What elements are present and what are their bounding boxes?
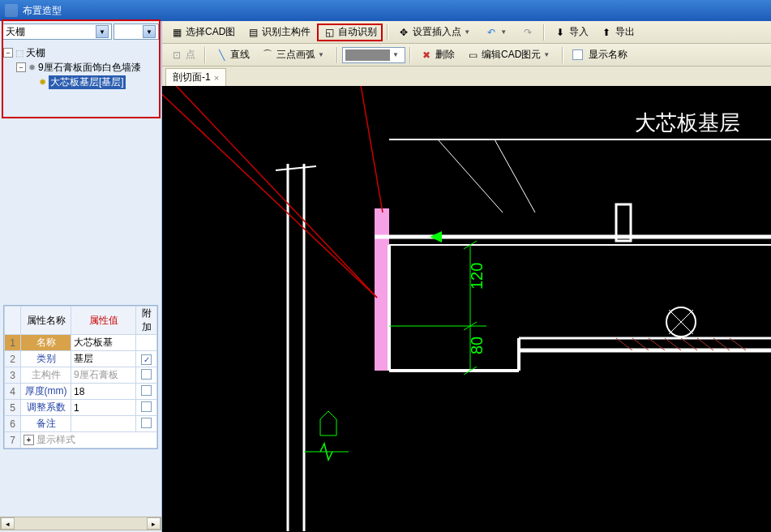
table-row: 7 +显示样式 xyxy=(5,432,157,448)
component-tree[interactable]: − ⬚ 天棚 − ✹ 9厘石膏板面饰白色墙漆 ✹ 大芯板基层[基层] xyxy=(0,42,161,204)
scroll-left-icon[interactable]: ◂ xyxy=(1,517,15,530)
prop-header-value: 属性值 xyxy=(71,307,136,335)
auto-recognize-button[interactable]: ◱自动识别 xyxy=(317,24,383,41)
export-button[interactable]: ⬆导出 xyxy=(595,24,640,41)
edit-icon: ▭ xyxy=(466,49,479,62)
color-swatch[interactable]: ▼ xyxy=(342,47,405,63)
chevron-down-icon[interactable]: ▼ xyxy=(96,25,109,38)
delete-button[interactable]: ✖删除 xyxy=(415,46,460,64)
prop-header-extra: 附加 xyxy=(136,307,157,335)
select-cad-button[interactable]: ▦选择CAD图 xyxy=(165,24,240,41)
tree-collapse-icon[interactable]: − xyxy=(16,62,26,72)
close-icon[interactable]: × xyxy=(214,73,219,83)
checkbox-icon xyxy=(141,418,152,428)
separator xyxy=(409,47,411,63)
redo-button[interactable]: ↷ xyxy=(516,24,539,41)
auto-icon: ◱ xyxy=(323,26,336,39)
svg-text:120: 120 xyxy=(468,263,486,290)
tree-child1-label[interactable]: 9厘石膏板面饰白色墙漆 xyxy=(38,61,141,75)
tab-label: 剖切面-1 xyxy=(173,71,211,84)
table-row: 4 厚度(mm) 18 xyxy=(5,384,157,400)
window-titlebar: 布置造型 xyxy=(0,0,771,21)
separator xyxy=(562,47,563,63)
svg-text:80: 80 xyxy=(468,337,486,354)
checkbox-icon xyxy=(141,385,152,396)
svg-line-35 xyxy=(162,87,377,298)
tab-bar: 剖切面-1 × xyxy=(162,66,771,86)
toolbar-main: ▦选择CAD图 ▤识别主构件 ◱自动识别 ✥设置插入点▼ ↶▼ ↷ ⬇导入 ⬆导… xyxy=(162,21,771,44)
arc-button[interactable]: ⌒三点画弧▼ xyxy=(256,46,332,64)
chevron-down-icon[interactable]: ▼ xyxy=(143,25,156,38)
line-icon: ╲ xyxy=(215,49,228,62)
checkbox-icon xyxy=(141,401,152,412)
select-icon: ▦ xyxy=(170,26,183,39)
gear-icon: ✹ xyxy=(28,62,36,73)
tree-node-icon: ⬚ xyxy=(15,48,24,58)
scroll-track[interactable] xyxy=(15,517,147,530)
import-icon: ⬇ xyxy=(554,26,567,39)
app-icon xyxy=(5,4,18,17)
separator xyxy=(336,47,338,63)
point-button[interactable]: ⊡点 xyxy=(165,46,200,64)
undo-icon: ↶ xyxy=(485,26,498,39)
tree-selected-label[interactable]: 大芯板基层[基层] xyxy=(49,75,126,89)
point-icon: ⊡ xyxy=(170,49,183,62)
delete-icon: ✖ xyxy=(420,49,433,62)
checkbox-icon xyxy=(572,49,583,60)
property-grid: 属性名称 属性值 附加 1 名称 大芯板基 2 类别 基层 ✓ 3 xyxy=(3,305,158,449)
svg-line-2 xyxy=(276,166,316,170)
window-title: 布置造型 xyxy=(23,4,62,18)
edit-cad-button[interactable]: ▭编辑CAD图元▼ xyxy=(461,46,558,64)
line-button[interactable]: ╲直线 xyxy=(210,46,255,64)
left-panel: 天棚 ▼ ▼ − ⬚ 天棚 − ✹ 9厘石膏板面饰白色墙漆 ✹ 大芯板基层[基层… xyxy=(0,21,162,532)
import-button[interactable]: ⬇导入 xyxy=(549,24,593,41)
svg-line-5 xyxy=(438,139,503,212)
recognize-icon: ▤ xyxy=(246,26,259,39)
category-combo-2[interactable]: ▼ xyxy=(114,24,159,40)
separator xyxy=(543,24,545,41)
table-row: 3 主构件 9厘石膏板 xyxy=(5,367,157,384)
separator xyxy=(387,24,388,41)
prop-corner xyxy=(5,307,21,335)
checkbox-icon: ✓ xyxy=(141,354,152,365)
tree-collapse-icon[interactable]: − xyxy=(3,48,13,58)
tree-scrollbar[interactable]: ◂ ▸ xyxy=(0,517,161,530)
export-icon: ⬆ xyxy=(600,26,613,39)
chevron-down-icon: ▼ xyxy=(392,51,402,58)
svg-line-34 xyxy=(162,86,377,298)
cad-canvas[interactable]: 大芯板基层 xyxy=(162,86,771,532)
cad-drawing: 120 80 xyxy=(162,86,771,532)
table-row: 2 类别 基层 ✓ xyxy=(5,351,157,367)
separator xyxy=(204,47,206,63)
recognize-main-button[interactable]: ▤识别主构件 xyxy=(242,24,315,41)
chevron-down-icon: ▼ xyxy=(543,51,553,58)
toolbar-draw: ⊡点 ╲直线 ⌒三点画弧▼ ▼ ✖删除 ▭编辑CAD图元▼ 显示名称 xyxy=(162,44,771,66)
svg-rect-7 xyxy=(375,208,389,371)
tab-section[interactable]: 剖切面-1 × xyxy=(165,68,226,86)
set-insert-button[interactable]: ✥设置插入点▼ xyxy=(392,24,478,41)
canvas-annotation: 大芯板基层 xyxy=(635,109,740,137)
prop-header-name: 属性名称 xyxy=(21,307,71,335)
arc-icon: ⌒ xyxy=(261,49,274,62)
checkbox-icon xyxy=(141,369,152,380)
expand-icon: + xyxy=(24,435,34,445)
right-panel: ▦选择CAD图 ▤识别主构件 ◱自动识别 ✥设置插入点▼ ↶▼ ↷ ⬇导入 ⬆导… xyxy=(162,21,771,532)
table-row: 5 调整系数 1 xyxy=(5,400,157,416)
svg-line-6 xyxy=(495,139,535,212)
table-row: 1 名称 大芯板基 xyxy=(5,335,157,351)
insert-point-icon: ✥ xyxy=(397,26,410,39)
table-row: 6 备注 xyxy=(5,416,157,432)
chevron-down-icon: ▼ xyxy=(500,28,510,36)
undo-button[interactable]: ↶▼ xyxy=(480,24,515,41)
tree-root-label[interactable]: 天棚 xyxy=(26,46,45,60)
scroll-right-icon[interactable]: ▸ xyxy=(147,517,161,530)
chevron-down-icon: ▼ xyxy=(464,28,473,36)
show-name-button[interactable]: 显示名称 xyxy=(568,46,632,64)
category-combo-value: 天棚 xyxy=(6,25,25,39)
svg-line-36 xyxy=(353,86,383,212)
category-combo[interactable]: 天棚 ▼ xyxy=(2,24,112,40)
redo-icon: ↷ xyxy=(521,26,534,39)
chevron-down-icon: ▼ xyxy=(318,51,328,58)
gear-icon: ✹ xyxy=(39,77,46,88)
